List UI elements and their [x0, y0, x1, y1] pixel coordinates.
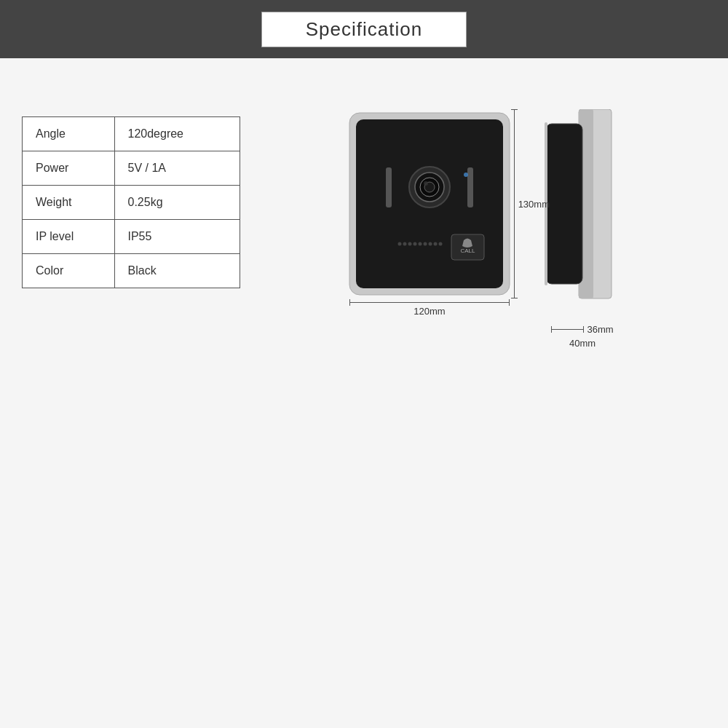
spec-value: Black	[114, 254, 240, 288]
spec-row: Power5V / 1A	[23, 151, 240, 186]
spec-label: Power	[23, 151, 115, 186]
spec-value: 5V / 1A	[114, 151, 240, 186]
svg-point-13	[414, 242, 417, 246]
spec-table-container: Angle120degreePower5V / 1AWeight0.25kgIP…	[22, 116, 269, 288]
svg-rect-23	[546, 124, 582, 284]
spec-value: IP55	[114, 220, 240, 254]
width-dimension: 120mm	[346, 302, 513, 317]
svg-point-18	[439, 242, 443, 246]
spec-table: Angle120degreePower5V / 1AWeight0.25kgIP…	[22, 116, 240, 288]
spec-label: IP level	[23, 220, 115, 254]
device-front-svg: CALL	[346, 109, 513, 298]
page-title: Specification	[261, 12, 467, 47]
svg-point-14	[419, 242, 422, 246]
depth-label: 36mm	[587, 324, 613, 335]
svg-text:CALL: CALL	[460, 248, 475, 254]
diagrams-container: CALL 130mm 120mm	[269, 102, 706, 349]
width-label: 120mm	[414, 306, 445, 317]
svg-rect-2	[386, 167, 392, 207]
svg-point-12	[408, 242, 412, 246]
side-dimensions: 36mm 40mm	[551, 324, 613, 349]
spec-label: Angle	[23, 117, 115, 151]
header-bar: Specification	[0, 0, 728, 58]
height-label: 130mm	[518, 199, 550, 210]
spec-label: Weight	[23, 186, 115, 220]
spec-row: Angle120degree	[23, 117, 240, 151]
svg-point-8	[424, 181, 428, 186]
header-title-text: Specification	[306, 18, 422, 40]
svg-point-15	[424, 242, 427, 246]
spec-row: ColorBlack	[23, 254, 240, 288]
svg-point-10	[398, 242, 402, 246]
svg-point-16	[429, 242, 432, 246]
svg-point-11	[403, 242, 407, 246]
height-dimension: 130mm	[514, 109, 550, 298]
spec-value: 120degree	[114, 117, 240, 151]
spec-row: Weight0.25kg	[23, 186, 240, 220]
front-view: CALL 130mm 120mm	[346, 109, 513, 317]
main-content: Angle120degreePower5V / 1AWeight0.25kgIP…	[0, 58, 728, 728]
spec-row: IP levelIP55	[23, 220, 240, 254]
mount-label: 40mm	[569, 338, 596, 349]
svg-point-17	[434, 242, 438, 246]
spec-label: Color	[23, 254, 115, 288]
svg-rect-3	[467, 167, 473, 207]
svg-point-9	[464, 173, 468, 177]
spec-value: 0.25kg	[114, 186, 240, 220]
